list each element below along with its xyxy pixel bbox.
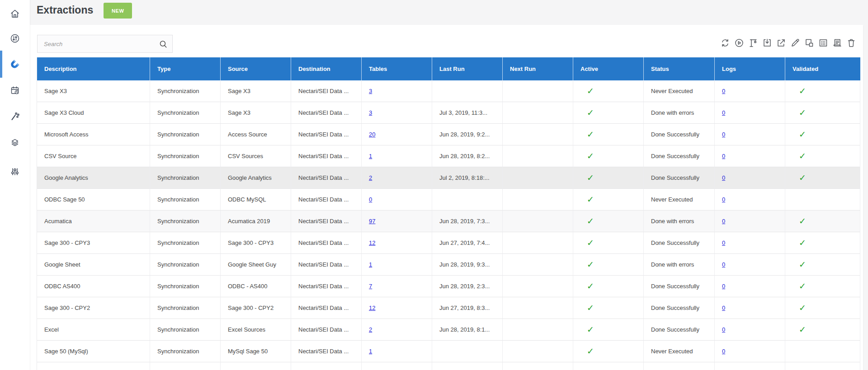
cell-destination: Nectari/SEI Data ... bbox=[291, 319, 362, 341]
cell-logs: 0 bbox=[715, 124, 785, 145]
logs-count-link[interactable]: 0 bbox=[722, 174, 725, 181]
tables-count-link[interactable]: 12 bbox=[369, 239, 375, 246]
delete-trash-icon[interactable] bbox=[846, 37, 857, 48]
logs-count-link[interactable]: 0 bbox=[722, 218, 725, 225]
search-input[interactable] bbox=[38, 35, 172, 52]
cell-last-run: Jun 28, 2019, 8:1... bbox=[432, 319, 503, 341]
cell-logs: 0 bbox=[715, 319, 785, 341]
tables-count-link[interactable]: 3 bbox=[369, 109, 372, 116]
edit-pencil-icon[interactable] bbox=[790, 37, 801, 48]
cell-next-run bbox=[503, 102, 573, 124]
cell-validated: ✓ bbox=[785, 254, 860, 276]
cell-active: ✓ bbox=[573, 80, 644, 102]
cell-destination: Nectari/SEI Data ... bbox=[291, 254, 362, 276]
tables-count-link[interactable]: 1 bbox=[369, 348, 372, 355]
cell-last-run: Jul 2, 2019, 8:18:... bbox=[432, 167, 503, 189]
logs-count-link[interactable]: 0 bbox=[722, 196, 725, 203]
sidebar-item-layers[interactable] bbox=[9, 137, 20, 148]
column-header-active[interactable]: Active bbox=[573, 57, 644, 80]
cell-last-run: Jun 28, 2019, 2:3... bbox=[432, 276, 503, 297]
magnet-icon bbox=[9, 59, 20, 70]
cell-validated: ✓ bbox=[785, 145, 860, 167]
home-icon bbox=[9, 8, 20, 19]
column-header-type[interactable]: Type bbox=[150, 57, 221, 80]
logs-count-link[interactable]: 0 bbox=[722, 348, 725, 355]
cell-description: CSV Source bbox=[37, 145, 150, 167]
sidebar-item-home[interactable] bbox=[9, 8, 20, 19]
cell-tables: 0 bbox=[362, 189, 432, 211]
cell-validated bbox=[785, 341, 860, 362]
tables-count-link[interactable]: 7 bbox=[369, 283, 372, 290]
export-icon[interactable] bbox=[776, 37, 787, 48]
active-nav-indicator bbox=[0, 51, 2, 78]
table-filler-cell bbox=[503, 362, 573, 370]
cell-description: Sage X3 bbox=[37, 80, 150, 102]
sidebar-item-scheduler[interactable] bbox=[9, 85, 20, 96]
cell-next-run bbox=[503, 341, 573, 362]
logs-count-link[interactable]: 0 bbox=[722, 304, 725, 311]
active-check-icon: ✓ bbox=[587, 282, 594, 290]
column-header-logs[interactable]: Logs bbox=[715, 57, 785, 80]
logs-count-link[interactable]: 0 bbox=[722, 283, 725, 290]
table-filler-cell bbox=[37, 362, 150, 370]
column-header-next-run[interactable]: Next Run bbox=[503, 57, 573, 80]
cell-destination: Nectari/SEI Data ... bbox=[291, 232, 362, 254]
search-icon[interactable] bbox=[158, 39, 169, 50]
copy-icon[interactable] bbox=[804, 37, 815, 48]
refresh-icon[interactable] bbox=[720, 37, 731, 48]
column-header-validated[interactable]: Validated bbox=[785, 57, 860, 80]
build-crane-icon[interactable] bbox=[748, 37, 759, 48]
run-icon[interactable] bbox=[734, 37, 745, 48]
cell-validated bbox=[785, 189, 860, 211]
sliders-icon bbox=[9, 166, 20, 177]
logs-count-link[interactable]: 0 bbox=[722, 326, 725, 333]
cell-source: Sage 300 - CPY2 bbox=[221, 297, 291, 319]
cell-type: Synchronization bbox=[150, 319, 221, 341]
column-header-tables[interactable]: Tables bbox=[362, 57, 432, 80]
tables-count-link[interactable]: 12 bbox=[369, 304, 375, 311]
sidebar-item-data-transfer[interactable] bbox=[9, 33, 20, 44]
logs-count-link[interactable]: 0 bbox=[722, 109, 725, 116]
logs-count-link[interactable]: 0 bbox=[722, 131, 725, 138]
cell-validated: ✓ bbox=[785, 211, 860, 232]
cell-type: Synchronization bbox=[150, 211, 221, 232]
logs-count-link[interactable]: 0 bbox=[722, 153, 725, 159]
sidebar-item-settings[interactable] bbox=[9, 166, 20, 177]
logs-document-icon[interactable] bbox=[832, 37, 843, 48]
search-box bbox=[37, 35, 173, 53]
cell-last-run: Jun 27, 2019, 8:3... bbox=[432, 297, 503, 319]
tables-count-link[interactable]: 0 bbox=[369, 196, 372, 203]
validated-check-icon: ✓ bbox=[799, 130, 806, 139]
tables-count-link[interactable]: 97 bbox=[369, 218, 375, 225]
download-icon[interactable] bbox=[762, 37, 773, 48]
layers-icon bbox=[9, 137, 20, 148]
column-header-destination[interactable]: Destination bbox=[291, 57, 362, 80]
column-header-last-run[interactable]: Last Run bbox=[432, 57, 503, 80]
column-header-status[interactable]: Status bbox=[644, 57, 715, 80]
cell-next-run bbox=[503, 254, 573, 276]
logs-count-link[interactable]: 0 bbox=[722, 261, 725, 268]
active-check-icon: ✓ bbox=[587, 260, 594, 269]
cell-type: Synchronization bbox=[150, 167, 221, 189]
tables-count-link[interactable]: 3 bbox=[369, 88, 372, 94]
cell-next-run bbox=[503, 189, 573, 211]
cell-tables: 7 bbox=[362, 276, 432, 297]
cell-status: Done Successfully bbox=[644, 124, 715, 145]
sidebar-item-processes[interactable] bbox=[9, 111, 20, 122]
sidebar-item-extractions[interactable] bbox=[9, 59, 20, 70]
tables-count-link[interactable]: 2 bbox=[369, 326, 372, 333]
tables-count-link[interactable]: 2 bbox=[369, 174, 372, 181]
logs-count-link[interactable]: 0 bbox=[722, 239, 725, 246]
tables-count-link[interactable]: 1 bbox=[369, 153, 372, 159]
new-extraction-button[interactable]: NEW bbox=[104, 3, 132, 19]
cell-destination: Nectari/SEI Data ... bbox=[291, 124, 362, 145]
cell-tables: 3 bbox=[362, 80, 432, 102]
tables-count-link[interactable]: 20 bbox=[369, 131, 375, 138]
cell-active: ✓ bbox=[573, 189, 644, 211]
table-grid-icon[interactable] bbox=[818, 37, 829, 48]
cell-active: ✓ bbox=[573, 145, 644, 167]
column-header-source[interactable]: Source bbox=[221, 57, 291, 80]
logs-count-link[interactable]: 0 bbox=[722, 88, 725, 94]
column-header-description[interactable]: Description bbox=[37, 57, 150, 80]
tables-count-link[interactable]: 1 bbox=[369, 261, 372, 268]
